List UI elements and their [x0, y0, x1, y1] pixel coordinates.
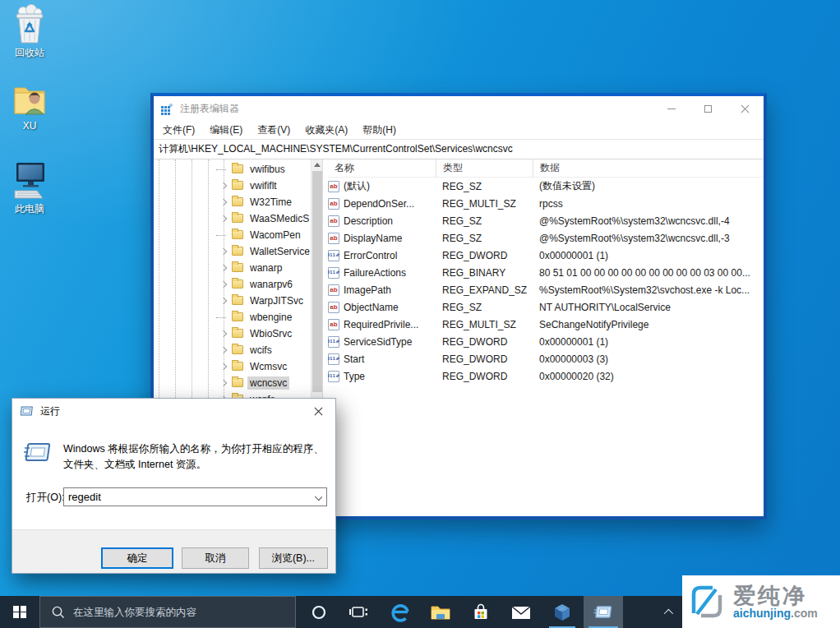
taskbar-regedit-button[interactable]: [544, 596, 580, 628]
registry-value-row[interactable]: ImagePath REG_EXPAND_SZ %SystemRoot%\Sys…: [323, 281, 764, 298]
value-data: 0x00000001 (1): [533, 247, 764, 264]
tree-item[interactable]: WarpJITSvc: [154, 293, 311, 309]
menu-item[interactable]: 帮助(H): [355, 123, 404, 137]
expand-chevron-icon[interactable]: [220, 248, 227, 255]
task-view-button[interactable]: [340, 596, 376, 628]
folder-icon: [232, 214, 243, 223]
run-dialog-title: 运行: [40, 404, 60, 418]
cortana-button[interactable]: [301, 596, 337, 628]
tree-item[interactable]: vwififlt: [154, 178, 311, 194]
taskbar-search-box[interactable]: [39, 596, 296, 628]
maximize-button[interactable]: [690, 96, 727, 121]
tree-item-label: wanarpv6: [247, 278, 295, 291]
tree-item[interactable]: wcifs: [154, 342, 311, 358]
cancel-button[interactable]: 取消: [182, 547, 249, 569]
scrollbar-up-icon[interactable]: [314, 163, 321, 167]
watermark-brand: 爱纯净: [733, 584, 818, 607]
tree-item[interactable]: Wcmsvc: [154, 358, 311, 375]
tree-item[interactable]: WacomPen: [154, 227, 311, 243]
tree-item[interactable]: vwifibus: [154, 161, 311, 178]
expand-chevron-icon[interactable]: [220, 265, 227, 271]
run-close-button[interactable]: [301, 399, 335, 423]
column-header-data[interactable]: 数据: [533, 159, 764, 178]
taskbar-run-button-active[interactable]: [584, 596, 623, 628]
registry-value-row[interactable]: RequiredPrivile... REG_MULTI_SZ SeChange…: [323, 316, 764, 333]
regedit-titlebar[interactable]: 注册表编辑器: [154, 96, 764, 121]
desktop-icon-this-pc[interactable]: 此电脑: [0, 161, 59, 216]
tree-item[interactable]: wanarpv6: [154, 276, 311, 293]
run-dialog-titlebar[interactable]: 运行: [12, 399, 335, 423]
windows-logo-icon: [13, 606, 26, 619]
minimize-button[interactable]: [653, 96, 690, 121]
tree-item-label: WaaSMedicS: [247, 212, 312, 225]
tree-item[interactable]: wanarp: [154, 260, 311, 276]
window-title: 注册表编辑器: [180, 102, 239, 116]
expand-chevron-icon[interactable]: [220, 199, 227, 205]
registry-value-row[interactable]: FailureActions REG_BINARY 80 51 01 00 00…: [323, 264, 764, 281]
open-label: 打开(O):: [26, 491, 65, 505]
leaf-connector: [216, 317, 226, 318]
tree-item[interactable]: W32Time: [154, 194, 311, 210]
column-header-name[interactable]: 名称: [328, 159, 436, 178]
registry-value-row[interactable]: ErrorControl REG_DWORD 0x00000001 (1): [323, 247, 764, 264]
expand-chevron-icon[interactable]: [220, 363, 227, 370]
tray-show-hidden-icons-button[interactable]: [656, 596, 679, 628]
registry-value-row[interactable]: ObjectName REG_SZ NT AUTHORITY\LocalServ…: [323, 298, 764, 316]
desktop-icon-recycle-bin[interactable]: 回收站: [0, 3, 59, 60]
cortana-icon: [311, 604, 327, 621]
registry-value-row[interactable]: Description REG_SZ @%SystemRoot%\system3…: [323, 212, 764, 229]
registry-value-row[interactable]: Start REG_DWORD 0x00000003 (3): [323, 350, 764, 367]
menu-item[interactable]: 文件(F): [155, 123, 202, 137]
tree-item[interactable]: WalletService: [154, 243, 311, 260]
value-name: DisplayName: [344, 233, 402, 244]
expand-chevron-icon[interactable]: [220, 298, 227, 304]
registry-value-row[interactable]: Type REG_DWORD 0x00000020 (32): [323, 367, 764, 385]
value-type: REG_DWORD: [436, 350, 533, 367]
ok-button[interactable]: 确定: [101, 547, 173, 569]
open-combobox[interactable]: [63, 487, 327, 506]
menu-item[interactable]: 查看(V): [250, 123, 298, 137]
start-button[interactable]: [0, 596, 39, 628]
expand-chevron-icon[interactable]: [220, 215, 227, 222]
expand-chevron-icon[interactable]: [220, 182, 227, 189]
value-name: FailureActions: [344, 267, 406, 279]
menu-item[interactable]: 收藏夹(A): [298, 123, 355, 137]
store-button[interactable]: [463, 596, 499, 628]
scrollbar-thumb[interactable]: [312, 171, 322, 392]
close-button[interactable]: [727, 96, 764, 121]
folder-icon: [232, 329, 243, 338]
tree-item-label: wcncsvc: [247, 376, 289, 390]
value-type: REG_SZ: [436, 212, 533, 229]
registry-value-row[interactable]: (默认) REG_SZ (数值未设置): [323, 178, 764, 195]
open-input[interactable]: [64, 488, 326, 506]
tree-item-label: WarpJITSvc: [247, 294, 306, 307]
edge-button[interactable]: [382, 596, 418, 628]
folder-icon: [232, 247, 243, 256]
desktop-icon-user-folder[interactable]: XU: [0, 81, 59, 132]
value-data: 80 51 01 00 00 00 00 00 00 00 00 00 03 0…: [533, 264, 764, 281]
expand-chevron-icon[interactable]: [220, 347, 227, 353]
registry-value-row[interactable]: ServiceSidType REG_DWORD 0x00000001 (1): [323, 333, 764, 350]
menu-item[interactable]: 编辑(E): [202, 123, 250, 137]
mail-button[interactable]: [503, 596, 539, 628]
tree-item[interactable]: WbioSrvc: [154, 326, 311, 342]
file-explorer-button[interactable]: [422, 596, 459, 628]
tree-item[interactable]: wbengine: [154, 309, 311, 326]
expand-chevron-icon[interactable]: [220, 330, 227, 337]
expand-chevron-icon[interactable]: [220, 380, 227, 386]
search-input[interactable]: [73, 607, 279, 618]
value-type: REG_EXPAND_SZ: [436, 281, 533, 298]
folder-icon: [232, 164, 243, 173]
expand-chevron-icon[interactable]: [220, 281, 227, 288]
value-data: 0x00000020 (32): [533, 367, 764, 385]
registry-address-input[interactable]: [154, 140, 764, 159]
browse-button[interactable]: 浏览(B)...: [259, 547, 328, 569]
registry-value-row[interactable]: DependOnSer... REG_MULTI_SZ rpcss: [323, 195, 764, 212]
column-header-type[interactable]: 类型: [436, 159, 533, 178]
tree-item[interactable]: WaaSMedicS: [154, 210, 311, 227]
value-data: @%SystemRoot%\system32\wcncsvc.dll,-3: [533, 229, 764, 247]
folder-icon: [232, 279, 243, 289]
value-type-icon: [328, 215, 339, 227]
registry-value-row[interactable]: DisplayName REG_SZ @%SystemRoot%\system3…: [323, 229, 764, 247]
tree-item[interactable]: wcncsvc: [154, 375, 311, 391]
